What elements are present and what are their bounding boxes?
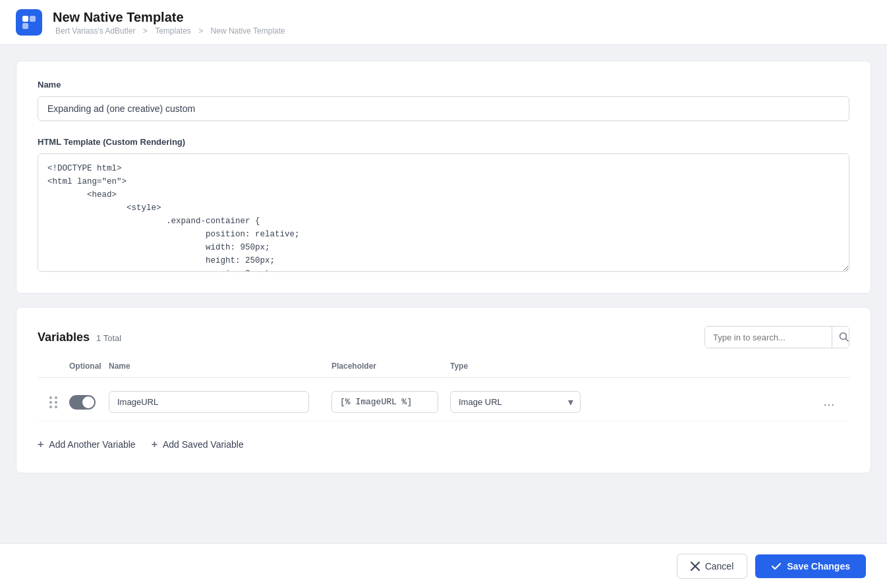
svg-rect-0 (22, 16, 28, 22)
cancel-label: Cancel (705, 561, 734, 572)
search-box (704, 326, 849, 348)
breadcrumb-sep2: > (198, 26, 203, 36)
col-placeholder: Placeholder (331, 361, 450, 371)
add-buttons: + Add Another Variable + Add Saved Varia… (38, 435, 849, 454)
add-saved-label: Add Saved Variable (163, 439, 244, 450)
save-label: Save Changes (787, 561, 850, 572)
page-title: New Native Template (53, 9, 288, 25)
drag-handle[interactable] (38, 396, 69, 408)
variables-title-group: Variables 1 Total (38, 331, 121, 344)
name-input[interactable] (38, 96, 849, 121)
drag-dot (49, 401, 52, 404)
html-label: HTML Template (Custom Rendering) (38, 137, 849, 147)
var-placeholder-cell (331, 391, 450, 413)
optional-toggle[interactable] (69, 395, 96, 410)
checkmark-icon (771, 561, 782, 572)
breadcrumb-current: New Native Template (211, 26, 285, 36)
add-variable-label: Add Another Variable (49, 439, 135, 450)
plus-icon-saved: + (152, 439, 157, 450)
var-placeholder-input[interactable] (331, 391, 438, 413)
breadcrumb-templates: Templates (155, 26, 191, 36)
col-actions (818, 361, 849, 371)
var-actions-cell: … (818, 392, 849, 412)
drag-dot (49, 406, 52, 408)
var-type-select[interactable]: Image URL Text URL Number (451, 392, 561, 412)
html-template-textarea[interactable]: <!DOCTYPE html> <html lang="en"> <head> … (38, 153, 849, 272)
header: New Native Template Bert Variass's AdBut… (0, 0, 887, 45)
footer: Cancel Save Changes (0, 543, 887, 588)
drag-dot (55, 396, 57, 399)
name-label: Name (38, 80, 849, 90)
breadcrumb-sep1: > (143, 26, 148, 36)
variables-card: Variables 1 Total Optional Name Placehol… (16, 307, 871, 473)
optional-toggle-wrapper (69, 395, 109, 410)
col-empty (595, 361, 818, 371)
drag-dot (49, 396, 52, 399)
breadcrumb: Bert Variass's AdButler > Templates > Ne… (53, 26, 288, 36)
var-type-cell: Image URL Text URL Number ▾ (450, 391, 595, 413)
app-logo (16, 9, 42, 36)
name-section: Name (38, 80, 849, 121)
html-section: HTML Template (Custom Rendering) <!DOCTY… (38, 137, 849, 275)
main-content: Name HTML Template (Custom Rendering) <!… (0, 45, 887, 555)
add-variable-button[interactable]: + Add Another Variable (38, 435, 136, 454)
search-icon (839, 332, 849, 342)
plus-icon: + (38, 439, 43, 450)
save-changes-button[interactable]: Save Changes (755, 554, 866, 578)
table-header: Optional Name Placeholder Type (38, 361, 849, 378)
variables-title: Variables (38, 331, 90, 344)
search-button[interactable] (832, 327, 849, 348)
bottom-spacer (16, 487, 871, 539)
drag-dot (55, 406, 57, 408)
breadcrumb-org: Bert Variass's AdButler (55, 26, 135, 36)
table-row: Image URL Text URL Number ▾ … (38, 383, 849, 421)
var-more-button[interactable]: … (818, 392, 840, 412)
drag-dot (55, 401, 57, 404)
chevron-down-icon: ▾ (561, 396, 580, 408)
add-saved-variable-button[interactable]: + Add Saved Variable (152, 435, 244, 454)
svg-rect-2 (22, 23, 28, 29)
var-name-input[interactable] (109, 391, 309, 413)
col-name: Name (109, 361, 331, 371)
variables-header: Variables 1 Total (38, 326, 849, 348)
type-select-wrapper: Image URL Text URL Number ▾ (450, 391, 581, 413)
drag-dots (49, 396, 58, 408)
var-name-cell (109, 391, 331, 413)
col-drag (38, 361, 69, 371)
col-type: Type (450, 361, 595, 371)
svg-rect-1 (30, 16, 36, 22)
header-text: New Native Template Bert Variass's AdBut… (53, 9, 288, 36)
variables-count: 1 Total (96, 333, 121, 343)
col-optional: Optional (69, 361, 109, 371)
form-card: Name HTML Template (Custom Rendering) <!… (16, 61, 871, 294)
variables-search-input[interactable] (705, 327, 832, 348)
cancel-icon (691, 562, 700, 571)
cancel-button[interactable]: Cancel (677, 554, 748, 579)
